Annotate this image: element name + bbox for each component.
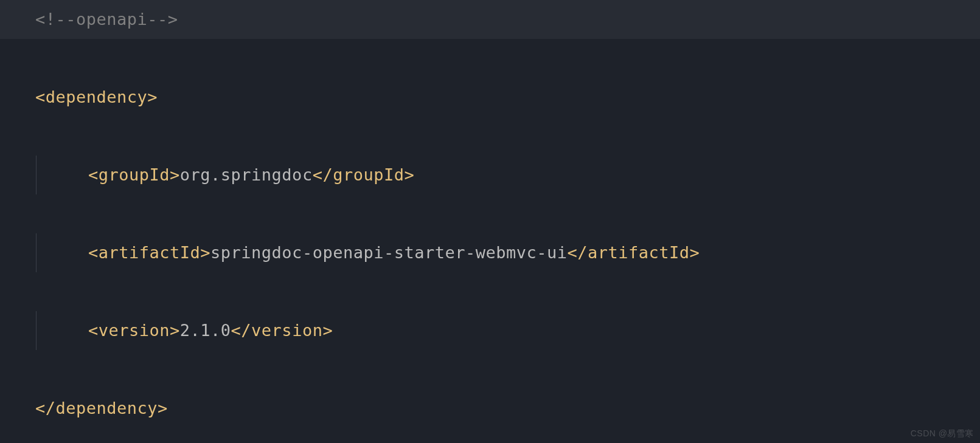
xml-tag: </groupId> [313,165,415,184]
xml-tag: </dependency> [35,399,168,417]
xml-tag: <version> [88,321,180,340]
code-line: <version>2.1.0</version> [0,311,980,350]
code-line: <dependency> [0,78,980,117]
xml-tag: </version> [231,321,333,340]
code-line: <artifactId>springdoc-openapi-starter-we… [0,233,980,272]
xml-text: org.springdoc [180,165,313,184]
xml-code-block: <!--openapi--> <dependency> <groupId>org… [0,0,980,443]
xml-tag: </artifactId> [568,243,700,262]
xml-tag: <dependency> [35,88,158,106]
code-line: </dependency> [0,389,980,428]
watermark-text: CSDN @易雪寒 [911,428,974,439]
code-line: <!--openapi--> [0,0,980,39]
code-line: <groupId>org.springdoc</groupId> [0,156,980,194]
xml-text: springdoc-openapi-starter-webmvc-ui [210,243,567,262]
xml-tag: <groupId> [88,165,180,184]
xml-comment: <!--openapi--> [35,10,178,29]
xml-tag: <artifactId> [88,243,210,262]
xml-text: 2.1.0 [180,321,231,340]
